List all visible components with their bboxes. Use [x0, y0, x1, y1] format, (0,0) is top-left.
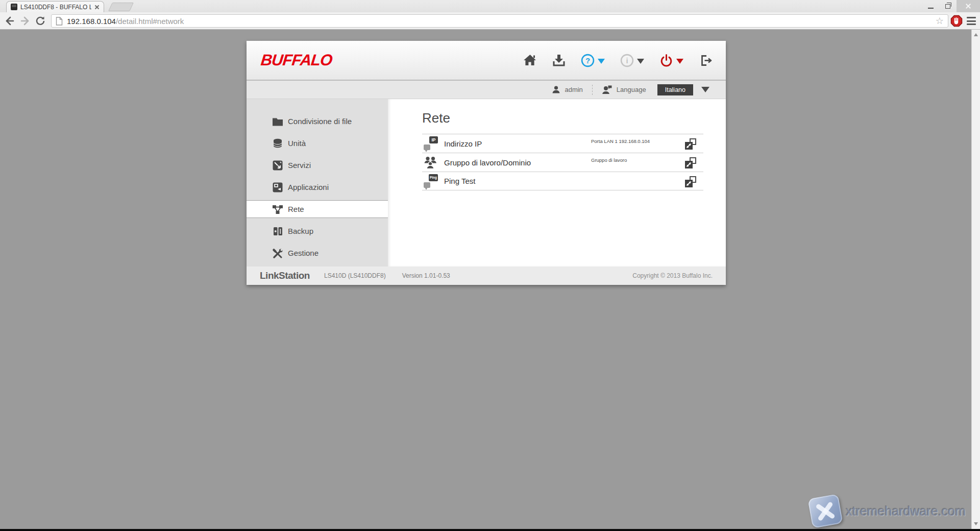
info-dropdown-icon	[637, 59, 644, 64]
language-group: Language	[602, 85, 646, 94]
network-icon	[272, 204, 283, 215]
minimize-button[interactable]	[922, 0, 939, 12]
tab-favicon-icon	[11, 4, 17, 10]
row-label: Gruppo di lavoro/Dominio	[444, 158, 531, 167]
sidebar-item-drives[interactable]: Unità	[247, 132, 388, 154]
home-button[interactable]	[523, 54, 537, 67]
adblock-extension-button[interactable]	[950, 15, 963, 29]
restore-button[interactable]	[939, 0, 957, 12]
language-dropdown-icon[interactable]	[701, 87, 709, 92]
row-ip-address[interactable]: IP Indirizzo IP Porta LAN 1 192.168.0.10…	[422, 134, 703, 153]
open-window-icon[interactable]	[685, 176, 696, 187]
version-label: Version 1.01-0.53	[402, 272, 450, 279]
info-menu-button[interactable]: i	[620, 54, 644, 67]
logout-icon	[699, 54, 713, 67]
sidebar-item-management[interactable]: Gestione	[247, 242, 388, 264]
help-icon: ?	[581, 54, 595, 67]
address-bar[interactable]: 192.168.0.104/detail.html#network ☆	[51, 14, 948, 28]
user-icon	[552, 85, 560, 94]
vertical-scrollbar[interactable]	[971, 30, 980, 529]
download-icon	[552, 54, 566, 67]
watermark-text: xtremehardware.com	[846, 504, 966, 519]
refresh-button[interactable]	[34, 14, 47, 28]
tab-title: LS410DDF8 - BUFFALO Lin	[20, 4, 91, 11]
buffalo-admin-panel: BUFFALO	[247, 41, 726, 285]
app-header: BUFFALO	[247, 41, 726, 81]
row-label: Indirizzo IP	[444, 139, 482, 148]
buffalo-logo: BUFFALO	[260, 51, 333, 69]
page-viewport: BUFFALO	[0, 30, 980, 529]
help-dropdown-icon	[598, 59, 605, 64]
username-label: admin	[565, 86, 582, 93]
header-icons: ? i	[523, 54, 713, 67]
refresh-icon	[35, 16, 45, 26]
close-button[interactable]	[957, 0, 980, 12]
page-icon	[56, 17, 63, 26]
bookmark-star-icon[interactable]: ☆	[936, 16, 944, 26]
open-window-icon[interactable]	[685, 157, 696, 168]
ip-bubble-icon: IP	[423, 136, 438, 151]
back-icon	[4, 15, 15, 27]
home-icon	[523, 54, 537, 67]
bottom-strip	[0, 529, 980, 531]
language-label: Language	[617, 86, 646, 93]
restore-icon	[945, 4, 950, 9]
info-icon: i	[620, 54, 634, 67]
model-label: LS410D (LS410DDF8)	[324, 272, 386, 279]
svg-text:i: i	[626, 56, 628, 65]
main-panel: Rete IP Indirizzo IP Porta LAN 1 192.168…	[388, 99, 726, 267]
forward-icon	[19, 15, 31, 27]
new-tab-button[interactable]	[108, 3, 134, 11]
power-icon	[659, 54, 673, 67]
sidebar-item-label: Unità	[288, 139, 306, 148]
power-dropdown-icon	[676, 59, 683, 64]
browser-toolbar: 192.168.0.104/detail.html#network ☆	[0, 12, 980, 30]
logout-button[interactable]	[699, 54, 713, 67]
row-detail: Gruppo di lavoro	[591, 157, 627, 163]
xtremehardware-logo-icon	[808, 494, 843, 528]
row-detail: Porta LAN 1 192.168.0.104	[591, 138, 650, 144]
browser-menu-button[interactable]	[967, 16, 977, 26]
language-select[interactable]: Italiano	[657, 84, 693, 95]
logged-in-user: admin	[552, 85, 582, 94]
scroll-down-icon[interactable]	[974, 522, 978, 525]
backup-icon	[272, 226, 283, 237]
forward-button[interactable]	[18, 14, 32, 28]
minimize-icon	[928, 8, 934, 9]
close-icon	[965, 3, 971, 9]
page-title: Rete	[422, 110, 726, 126]
help-menu-button[interactable]: ?	[581, 54, 605, 67]
hamburger-icon	[967, 17, 976, 18]
url-path: /detail.html#network	[116, 17, 184, 26]
app-body: Condivisione di file Unità	[247, 99, 726, 267]
sidebar-item-backup[interactable]: Backup	[247, 220, 388, 242]
row-ping-test[interactable]: Ping Ping Test	[422, 172, 703, 190]
sidebar-item-label: Applicazioni	[288, 183, 329, 191]
tab-close-icon[interactable]	[93, 4, 101, 11]
download-button[interactable]	[552, 54, 566, 67]
scroll-up-icon[interactable]	[974, 33, 978, 36]
group-icon	[423, 155, 438, 170]
open-window-icon[interactable]	[685, 138, 696, 150]
folder-icon	[272, 116, 283, 127]
user-language-bar: admin Language Italiano	[247, 81, 726, 99]
row-workgroup-domain[interactable]: Gruppo di lavoro/Dominio Gruppo di lavor…	[422, 153, 703, 172]
back-button[interactable]	[3, 14, 16, 28]
svg-text:?: ?	[585, 56, 590, 65]
stop-hand-icon	[950, 15, 963, 27]
sidebar-item-file-sharing[interactable]: Condivisione di file	[247, 110, 388, 132]
screen: LS410DDF8 - BUFFALO Lin	[0, 0, 980, 531]
row-label: Ping Test	[444, 177, 475, 185]
services-icon	[272, 160, 283, 171]
divider	[592, 85, 593, 95]
sidebar-item-network[interactable]: Rete	[247, 200, 388, 218]
sidebar: Condivisione di file Unità	[247, 99, 388, 267]
browser-tab[interactable]: LS410DDF8 - BUFFALO Lin	[6, 1, 104, 12]
sidebar-item-services[interactable]: Servizi	[247, 154, 388, 176]
url-host: 192.168.0.104	[67, 17, 116, 26]
linkstation-logo: LinkStation	[260, 270, 310, 281]
settings-list: IP Indirizzo IP Porta LAN 1 192.168.0.10…	[422, 134, 703, 190]
language-icon	[602, 85, 612, 94]
sidebar-item-applications[interactable]: Applicazioni	[247, 176, 388, 198]
power-menu-button[interactable]	[659, 54, 683, 67]
